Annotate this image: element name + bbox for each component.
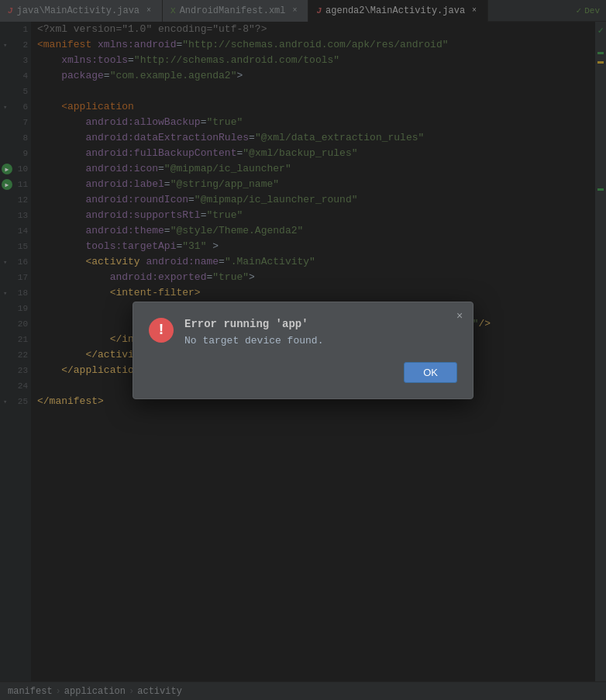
- error-dialog: × ! Error running 'app' No target device…: [133, 302, 473, 399]
- dialog-footer: OK: [149, 362, 457, 383]
- dialog-body: ! Error running 'app' No target device f…: [149, 318, 457, 347]
- dialog-title: Error running 'app': [184, 318, 457, 330]
- modal-overlay: × ! Error running 'app' No target device…: [0, 0, 606, 700]
- dialog-close-button[interactable]: ×: [453, 309, 467, 322]
- ok-button[interactable]: OK: [404, 362, 457, 383]
- dialog-message: No target device found.: [184, 335, 457, 347]
- dialog-text: Error running 'app' No target device fou…: [184, 318, 457, 347]
- error-icon: !: [149, 318, 174, 343]
